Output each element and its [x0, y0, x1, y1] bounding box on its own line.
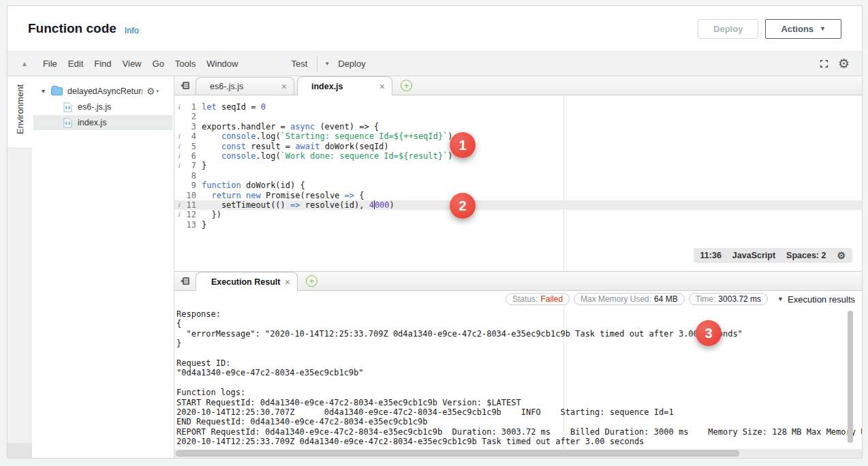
menu-divider [317, 56, 317, 72]
console-line: Function logs: [176, 388, 862, 397]
line-number: 11 [183, 200, 196, 210]
tree-file-index-js[interactable]: index.js [33, 115, 172, 130]
actions-button[interactable]: Actions ▼ [765, 19, 841, 39]
line-number: 2 [183, 112, 196, 121]
close-tab-icon[interactable]: × [281, 81, 287, 92]
header-buttons: Deploy Actions ▼ [698, 19, 841, 39]
gutter-info-icon [174, 112, 183, 121]
gutter-cell: i12 [174, 210, 202, 219]
new-tab-icon[interactable]: + [306, 275, 317, 287]
badge-label: Status: [512, 294, 538, 304]
close-tab-icon[interactable]: × [285, 277, 290, 288]
code-text: let seqId = 0 [202, 102, 266, 112]
code-token: console [221, 131, 256, 141]
gutter-info-icon [174, 171, 183, 181]
menu-item-tools[interactable]: Tools [170, 59, 201, 69]
gutter-cell: i7 [174, 161, 202, 170]
menu-item-file[interactable]: File [37, 59, 63, 69]
indent-setting[interactable]: Spaces: 2 [786, 251, 826, 260]
tree-file-es6-js-js[interactable]: es6-.js.js [33, 99, 172, 114]
code-token [202, 191, 211, 200]
annotation-circle-1: 1 [450, 132, 476, 158]
badge-label: Max Memory Used: [580, 294, 651, 304]
code-text: }) [202, 210, 221, 219]
code-text: function doWork(id) { [202, 181, 305, 190]
collapse-editor-icon[interactable]: ▲ [21, 60, 28, 67]
menu-item-window[interactable]: Window [201, 59, 243, 69]
code-token: => [345, 191, 354, 200]
tab-list-icon[interactable] [180, 81, 190, 90]
code-line-1: i1let seqId = 0 [174, 102, 862, 112]
code-token: 000 [375, 200, 390, 210]
code-line-8: 8 [174, 171, 862, 181]
line-number: 7 [183, 161, 196, 170]
horizontal-scrollbar-thumb[interactable] [176, 450, 739, 456]
editor-column: es6-.js.js × index.js × + i1let seqId = … [174, 76, 862, 458]
new-tab-icon[interactable]: + [401, 80, 412, 91]
gutter-info-icon: i [174, 151, 183, 161]
code-token: 4 [369, 200, 374, 210]
code-text: console.log(`Starting: sequence Id=${++s… [202, 131, 452, 141]
code-text: } [202, 220, 206, 230]
menu-item-go[interactable]: Go [147, 59, 170, 69]
console-line: 2020-10-14T12:25:30.707Z 0d4a1340-e9ce-4… [176, 407, 862, 417]
gutter-info-icon: i [174, 131, 183, 141]
horizontal-scrollbar[interactable] [174, 449, 862, 458]
tree-settings-gear-icon[interactable]: ⚙▾ [146, 86, 159, 97]
code-token: }) [202, 210, 221, 219]
gutter-info-icon: i [174, 102, 183, 112]
tab-list-icon[interactable] [180, 277, 190, 285]
execution-results-toggle[interactable]: ▼ Execution results [777, 294, 855, 305]
code-token: Promise(resolve [261, 191, 345, 200]
code-text: console.log(`Work done: sequence Id=${re… [202, 151, 452, 161]
badge-status: Status:Failed [506, 293, 570, 305]
gutter-cell: 9 [174, 181, 202, 190]
close-tab-icon[interactable]: × [379, 81, 385, 92]
code-token: seqId = [217, 102, 261, 112]
code-token: 0 [261, 102, 266, 112]
editor-settings-gear-icon[interactable]: ⚙ [837, 251, 846, 260]
gutter-info-icon [174, 181, 183, 190]
code-token: } [202, 161, 206, 170]
tree-folder-row[interactable]: ▾ delayedAsyncReturn ⚙▾ [32, 83, 174, 99]
menu-item-edit[interactable]: Edit [63, 59, 89, 69]
execution-console[interactable]: Response:{ "errorMessage": "2020-10-14T1… [174, 307, 862, 449]
environment-tab[interactable]: Environment [7, 76, 32, 149]
test-dropdown-icon[interactable]: ▼ [322, 61, 332, 67]
code-token [202, 151, 221, 161]
menu-item-view[interactable]: View [117, 59, 147, 69]
menu-item-deploy[interactable]: Deploy [332, 59, 371, 69]
code-token: setTimeout(() [202, 200, 290, 210]
file-name: index.js [78, 118, 106, 127]
code-token: function [202, 181, 241, 190]
language-mode[interactable]: JavaScript [732, 251, 775, 260]
code-editor[interactable]: i1let seqId = 023exports.handler = async… [174, 95, 862, 271]
code-token: .log( [255, 131, 280, 141]
editor-tab-index-js[interactable]: index.js × [297, 76, 392, 95]
chevron-down-icon: ▼ [820, 25, 826, 32]
code-text: setTimeout(() => resolve(id), 4000) [202, 200, 394, 210]
ide-main: Environment ▾ delayedAsyncReturn ⚙▾ es6-… [7, 76, 862, 458]
vertical-scrollbar[interactable] [848, 311, 853, 443]
gutter-cell: 3 [174, 122, 202, 131]
info-link[interactable]: Info [125, 26, 139, 35]
panel-toggle[interactable] [7, 443, 32, 458]
execution-result-tab[interactable]: Execution Result × [196, 272, 298, 291]
badge-value: 3003.72 ms [718, 294, 761, 304]
editor-tab-es6-js[interactable]: es6-.js.js × [196, 77, 294, 95]
deploy-button[interactable]: Deploy [698, 19, 758, 39]
code-token: { [354, 191, 364, 200]
code-line-13: 13} [174, 220, 862, 230]
file-name: es6-.js.js [78, 102, 111, 112]
menu-item-test[interactable]: Test [285, 59, 313, 69]
chevron-down-icon: ▾ [157, 89, 159, 94]
code-line-11: i11 setTimeout(() => resolve(id), 4000) [174, 200, 862, 210]
code-text: const result = await doWork(seqId) [202, 142, 389, 151]
badge-time: Time:3003.72 ms [689, 293, 768, 305]
menu-item-find[interactable]: Find [89, 59, 117, 69]
folder-caret-icon[interactable]: ▾ [42, 87, 51, 95]
settings-gear-icon[interactable]: ⚙ [838, 57, 850, 70]
fullscreen-icon[interactable] [819, 59, 829, 69]
cursor-position[interactable]: 11:36 [700, 251, 722, 260]
code-line-5: i5 const result = await doWork(seqId) [174, 142, 862, 151]
